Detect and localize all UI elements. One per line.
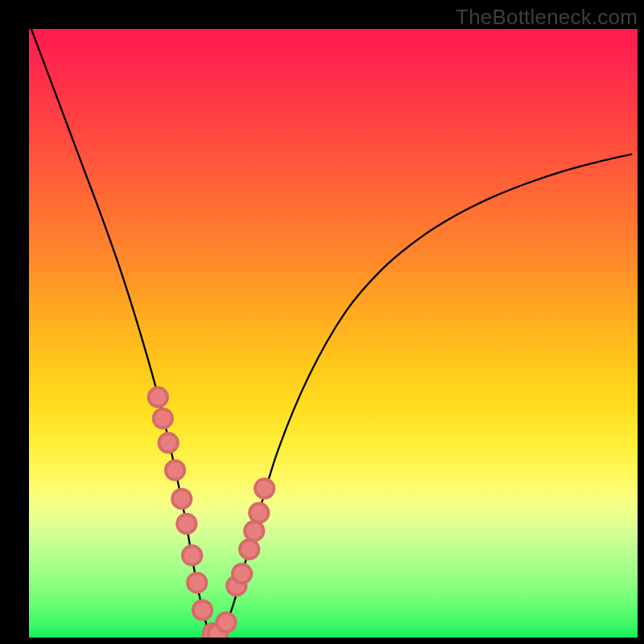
plot-area [29, 29, 638, 638]
data-marker [193, 601, 212, 619]
chart-svg [29, 29, 638, 638]
data-marker [240, 540, 258, 559]
data-marker [233, 564, 251, 583]
data-marker [166, 460, 184, 479]
data-marker [245, 522, 263, 540]
data-marker [188, 573, 206, 592]
data-marker [255, 479, 274, 497]
data-marker [177, 514, 196, 533]
data-marker [159, 433, 177, 452]
data-marker [250, 503, 268, 522]
watermark-text: TheBottleneck.com [456, 5, 638, 30]
data-marker [172, 489, 191, 508]
data-marker [217, 613, 235, 631]
data-marker [154, 409, 172, 427]
data-marker [149, 388, 167, 407]
data-marker [183, 546, 201, 564]
bottleneck-curve [29, 29, 631, 635]
marker-group [149, 388, 275, 638]
